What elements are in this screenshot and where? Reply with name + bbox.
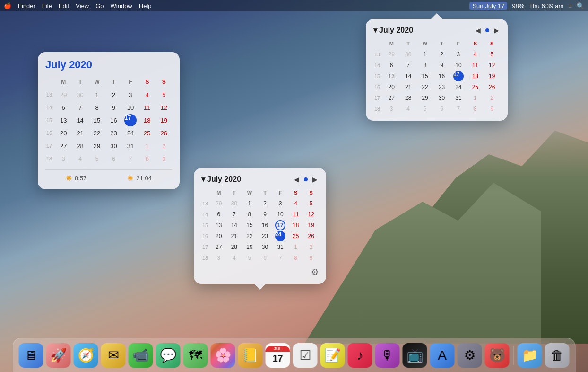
- cal-day[interactable]: 24: [122, 127, 138, 139]
- dock-icon-appletv[interactable]: 📺: [403, 343, 427, 368]
- sunrise: ✺ 8:57: [66, 174, 86, 183]
- next-month-button[interactable]: ▶: [311, 176, 319, 183]
- cal-dow-f: F: [450, 38, 467, 49]
- today-dot[interactable]: [485, 28, 489, 32]
- cal-day[interactable]: 13: [55, 114, 71, 126]
- menu-window[interactable]: Window: [111, 2, 132, 9]
- cal-day[interactable]: 28: [72, 140, 88, 152]
- cal-day[interactable]: 27: [55, 140, 71, 152]
- dock-icon-stickies[interactable]: 📝: [320, 343, 345, 368]
- cal-day[interactable]: 3: [122, 89, 138, 101]
- sun-times: ✺ 8:57 ✺ 21:04: [45, 169, 172, 183]
- menubar-search[interactable]: 🔍: [577, 2, 584, 9]
- menu-go[interactable]: Go: [95, 2, 104, 9]
- cal-day-today[interactable]: 17: [122, 114, 138, 126]
- cal-day[interactable]: 9: [105, 101, 121, 114]
- cal-day[interactable]: 30: [105, 140, 121, 152]
- cal-dow-w: W: [417, 38, 433, 49]
- cal-day-today[interactable]: 24: [273, 231, 288, 241]
- dock-icon-notes2[interactable]: ✉: [101, 343, 126, 368]
- dock-icon-podcasts[interactable]: 🎙: [375, 343, 400, 368]
- prev-month-button[interactable]: ◀: [475, 27, 482, 34]
- cal-day-today[interactable]: 17: [450, 71, 467, 81]
- menu-help[interactable]: Help: [139, 2, 152, 9]
- cal-day[interactable]: 10: [122, 101, 138, 114]
- menubar-time[interactable]: Thu 6:39 am: [529, 2, 563, 9]
- dock-icon-reminders[interactable]: ☑: [293, 343, 318, 368]
- menu-file[interactable]: File: [42, 2, 52, 9]
- cal-day[interactable]: 31: [122, 140, 138, 152]
- dock-icon-appstore[interactable]: A: [430, 343, 455, 368]
- dock-icon-music[interactable]: ♪: [348, 343, 372, 368]
- cal-day[interactable]: 1: [89, 89, 105, 101]
- dock-icon-messages[interactable]: 💬: [156, 343, 181, 368]
- cal-day[interactable]: 2: [156, 140, 172, 152]
- calendar-widget-medium: ▾ July 2020 ◀ ▶ M T W T F S S 13 29 30 1…: [366, 19, 508, 121]
- cal-day[interactable]: 9: [156, 152, 172, 165]
- sunset-icon: ✺: [127, 174, 133, 183]
- cal-day[interactable]: 29: [89, 140, 105, 152]
- cal-day-today-outline[interactable]: 17: [273, 220, 288, 230]
- cal-day[interactable]: 2: [105, 89, 121, 101]
- cal-day[interactable]: 26: [156, 127, 172, 139]
- cal-day[interactable]: 8: [89, 101, 105, 114]
- cal-day[interactable]: 6: [55, 101, 71, 114]
- sunrise-icon: ✺: [66, 174, 72, 183]
- menu-view[interactable]: View: [76, 2, 89, 9]
- menu-edit[interactable]: Edit: [59, 2, 69, 9]
- app-name[interactable]: Finder: [18, 2, 35, 9]
- menubar: 🍎 Finder File Edit View Go Window Help S…: [0, 0, 588, 11]
- cal-day[interactable]: 7: [122, 152, 138, 165]
- cal-day[interactable]: 5: [156, 89, 172, 101]
- dock-icon-rocket[interactable]: 🚀: [46, 343, 71, 368]
- dock-icon-finder[interactable]: 🖥: [19, 343, 43, 368]
- cal-day[interactable]: 4: [72, 152, 88, 165]
- cal-day[interactable]: 4: [139, 89, 155, 101]
- dock-icon-maps[interactable]: 🗺: [183, 343, 208, 368]
- cal-day[interactable]: 23: [105, 127, 121, 139]
- cal-day[interactable]: 3: [55, 152, 71, 165]
- dock-icon-trash[interactable]: 🗑: [545, 343, 570, 368]
- cal-day[interactable]: 16: [105, 114, 121, 126]
- dock-icon-bear[interactable]: 🐻: [485, 343, 510, 368]
- cal-day[interactable]: 5: [89, 152, 105, 165]
- cal-day[interactable]: 15: [89, 114, 105, 126]
- cal-dow-t1: T: [400, 38, 416, 49]
- apple-menu[interactable]: 🍎: [4, 2, 11, 9]
- cal-day[interactable]: 25: [139, 127, 155, 139]
- cal-day[interactable]: 29: [55, 89, 71, 101]
- dock-icon-safari[interactable]: 🧭: [74, 343, 98, 368]
- gear-icon[interactable]: ⚙︎: [311, 267, 319, 277]
- cal-day[interactable]: 18: [139, 114, 155, 126]
- cal-day[interactable]: 30: [72, 89, 88, 101]
- cal-day[interactable]: 22: [89, 127, 105, 139]
- dock-icon-contacts[interactable]: 📒: [238, 343, 263, 368]
- calendar-small-grid: M T W T F S S 13 29 30 1 2 3 4 5 14 6 7 …: [201, 187, 319, 263]
- cal-day[interactable]: 7: [72, 101, 88, 114]
- cal-day[interactable]: 11: [139, 101, 155, 114]
- dock-icon-facetime[interactable]: 📹: [129, 343, 153, 368]
- next-month-button[interactable]: ▶: [493, 27, 500, 34]
- cal-dow-t2: T: [105, 76, 121, 88]
- cal-day[interactable]: 1: [139, 140, 155, 152]
- dock-icon-folder[interactable]: 📁: [518, 343, 542, 368]
- cal-day[interactable]: 8: [139, 152, 155, 165]
- cal-day[interactable]: 19: [156, 114, 172, 126]
- dock-icon-photos[interactable]: 🌸: [211, 343, 235, 368]
- menubar-date-highlight[interactable]: Sun July 17: [469, 2, 507, 10]
- calendar-medium-header: ▾ July 2020 ◀ ▶: [373, 26, 500, 35]
- prev-month-button[interactable]: ◀: [293, 176, 300, 183]
- cal-day[interactable]: 12: [156, 101, 172, 114]
- cal-day[interactable]: 21: [72, 127, 88, 139]
- cal-dow-s2: S: [156, 76, 172, 88]
- calendar-large-grid: M T W T F S S 13 29 30 1 2 3 4 5 14 6 7 …: [45, 76, 172, 165]
- dock-icon-sysprefs[interactable]: ⚙: [458, 343, 482, 368]
- sunset: ✺ 21:04: [127, 174, 152, 183]
- cal-day[interactable]: 20: [55, 127, 71, 139]
- cal-day[interactable]: 6: [105, 152, 121, 165]
- menubar-control-center[interactable]: ≡: [568, 2, 572, 9]
- cal-day[interactable]: 14: [72, 114, 88, 126]
- dock-icon-calendar[interactable]: JUL17: [266, 343, 290, 368]
- today-dot[interactable]: [304, 177, 308, 181]
- menubar-volume[interactable]: 98%: [512, 2, 524, 9]
